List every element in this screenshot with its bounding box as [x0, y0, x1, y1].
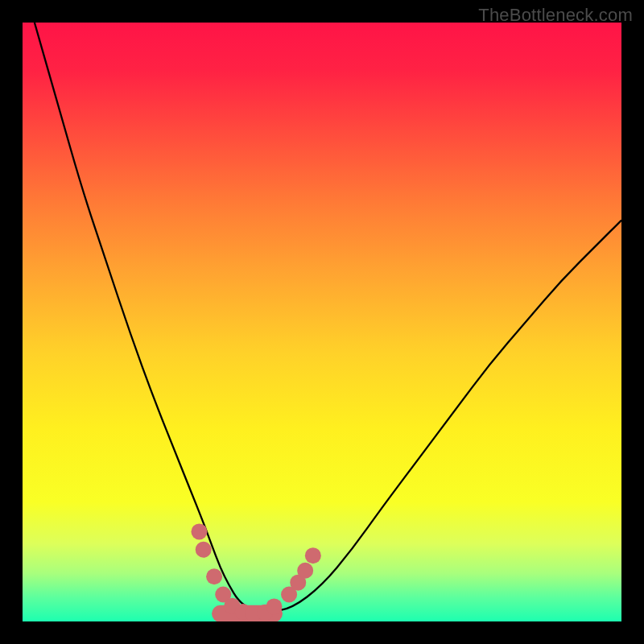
curve-marker — [305, 547, 321, 564]
curve-marker — [297, 563, 313, 579]
curve-marker — [266, 598, 282, 614]
chart-svg — [23, 23, 621, 621]
curve-marker — [191, 523, 207, 539]
chart-canvas — [23, 23, 621, 621]
curve-marker — [196, 542, 212, 558]
chart-background — [23, 23, 621, 621]
curve-marker — [206, 568, 222, 584]
chart-frame: TheBottleneck.com — [0, 0, 644, 644]
